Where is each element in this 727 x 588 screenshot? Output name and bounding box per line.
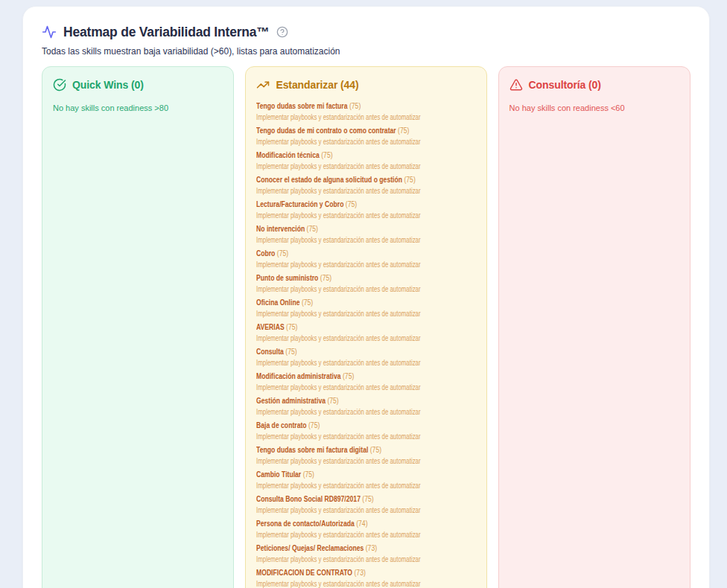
skill-item: Punto de suministro (75) Implementar pla…: [256, 272, 475, 294]
skill-item: Persona de contacto/Autorizada (74) Impl…: [256, 517, 475, 540]
skill-score: (75): [308, 421, 320, 429]
skill-name: No intervención: [256, 224, 305, 233]
skill-title-line: Cobro (75): [256, 247, 421, 259]
skill-score: (75): [370, 445, 381, 454]
skill-title-line: Punto de suministro (75): [256, 272, 421, 284]
skill-note: Implementar playbooks y estandarización …: [256, 456, 421, 466]
skill-title-line: Tengo dudas de mi contrato o como contra…: [256, 124, 421, 136]
skill-name: Tengo dudas sobre mi factura digital: [256, 445, 368, 454]
consultoria-header: Consultoría (0): [509, 77, 679, 92]
skill-title-line: Peticiones/ Quejas/ Reclamaciones (73): [256, 542, 421, 554]
skill-note: Implementar playbooks y estandarización …: [256, 481, 421, 490]
skill-item: Peticiones/ Quejas/ Reclamaciones (73) I…: [256, 542, 475, 564]
estandarizar-header: Estandarizar (44): [256, 77, 475, 92]
skill-item: Tengo dudas sobre mi factura (75) Implem…: [256, 100, 475, 122]
skill-item: Consulta Bono Social RD897/2017 (75) Imp…: [256, 493, 475, 515]
skill-note: Implementar playbooks y estandarización …: [256, 407, 421, 417]
skill-note: Implementar playbooks y estandarización …: [256, 579, 421, 588]
skill-name: AVERIAS: [256, 322, 285, 331]
column-quick-wins: Quick Wins (0) No hay skills con readine…: [42, 66, 234, 588]
skill-score: (75): [302, 298, 313, 307]
skill-note: Implementar playbooks y estandarización …: [256, 383, 421, 392]
skill-score: (75): [404, 175, 416, 184]
skill-name: Consulta Bono Social RD897/2017: [256, 494, 361, 503]
skill-item: Modificación técnica (75) Implementar pl…: [256, 149, 475, 171]
skill-item: MODIFICACION DE CONTRATO (73) Implementa…: [256, 566, 475, 588]
skill-score: (74): [357, 519, 368, 528]
skill-note: Implementar playbooks y estandarización …: [256, 260, 421, 269]
skill-title-line: Consulta Bono Social RD897/2017 (75): [256, 493, 421, 505]
skill-note: Implementar playbooks y estandarización …: [256, 555, 421, 564]
skill-score: (75): [343, 371, 354, 380]
skill-name: Gestión administrativa: [256, 396, 326, 405]
skill-score: (75): [346, 199, 357, 208]
skill-score: (73): [366, 543, 377, 552]
skill-score: (75): [287, 322, 298, 331]
skill-item: No intervención (75) Implementar playboo…: [256, 223, 475, 245]
skill-score: (75): [322, 150, 333, 159]
skill-title-line: Persona de contacto/Autorizada (74): [256, 517, 421, 529]
skill-name: Cambio Titular: [256, 470, 301, 479]
skill-note: Implementar playbooks y estandarización …: [256, 333, 421, 343]
skill-name: Tengo dudas sobre mi factura: [256, 101, 348, 110]
skill-note: Implementar playbooks y estandarización …: [256, 432, 421, 441]
skill-item: Lectura/Facturación y Cobro (75) Impleme…: [256, 198, 475, 220]
skill-item: Conocer el estado de alguna solicitud o …: [256, 173, 475, 196]
skill-name: Cobro: [256, 249, 275, 258]
skill-note: Implementar playbooks y estandarización …: [256, 112, 421, 122]
quick-wins-title: Quick Wins (0): [72, 77, 144, 92]
skill-name: Punto de suministro: [256, 273, 318, 282]
skill-note: Implementar playbooks y estandarización …: [256, 211, 421, 220]
activity-pulse-icon: [42, 25, 57, 39]
skill-score: (75): [277, 249, 288, 258]
skill-note: Implementar playbooks y estandarización …: [256, 284, 421, 294]
heatmap-columns: Quick Wins (0) No hay skills con readine…: [42, 66, 691, 588]
trending-up-icon: [256, 78, 270, 92]
skill-item: Tengo dudas de mi contrato o como contra…: [256, 124, 475, 147]
column-consultoria: Consultoría (0) No hay skills con readin…: [498, 66, 691, 588]
skill-item: Tengo dudas sobre mi factura digital (75…: [256, 444, 475, 466]
skill-item: Baja de contrato (75) Implementar playbo…: [256, 419, 475, 441]
skill-item: Modificación administrativa (75) Impleme…: [256, 370, 475, 392]
skill-title-line: MODIFICACION DE CONTRATO (73): [256, 566, 421, 578]
quick-wins-header: Quick Wins (0): [53, 77, 223, 92]
skill-name: Modificación técnica: [256, 150, 320, 159]
consultoria-empty-message: No hay skills con readiness <60: [509, 103, 679, 113]
skill-item: Consulta (75) Implementar playbooks y es…: [256, 345, 475, 368]
skill-title-line: Baja de contrato (75): [256, 419, 421, 431]
skill-title-line: Lectura/Facturación y Cobro (75): [256, 198, 421, 210]
skill-name: Consulta: [256, 347, 284, 356]
skill-score: (75): [320, 273, 331, 282]
skill-score: (75): [399, 126, 410, 135]
skill-score: (73): [355, 568, 366, 577]
skill-note: Implementar playbooks y estandarización …: [256, 162, 421, 171]
skill-title-line: Oficina Online (75): [256, 296, 421, 308]
skill-note: Implementar playbooks y estandarización …: [256, 235, 421, 245]
skill-score: (75): [307, 224, 318, 233]
skill-list: Tengo dudas sobre mi factura (75) Implem…: [256, 100, 475, 588]
skill-title-line: Modificación técnica (75): [256, 149, 421, 161]
skill-title-line: AVERIAS (75): [256, 321, 421, 333]
skill-title-line: Conocer el estado de alguna solicitud o …: [256, 173, 421, 185]
quick-wins-empty-message: No hay skills con readiness >80: [53, 103, 223, 113]
skill-name: Tengo dudas de mi contrato o como contra…: [256, 126, 396, 135]
skill-score: (75): [303, 470, 314, 479]
skill-name: Lectura/Facturación y Cobro: [256, 199, 343, 208]
skill-item: Cambio Titular (75) Implementar playbook…: [256, 468, 475, 490]
card-header: Heatmap de Variabilidad Interna™: [42, 23, 691, 41]
skill-name: Persona de contacto/Autorizada: [256, 519, 355, 528]
skill-score: (75): [349, 101, 361, 110]
skill-note: Implementar playbooks y estandarización …: [256, 530, 421, 540]
skill-note: Implementar playbooks y estandarización …: [256, 505, 421, 515]
skill-title-line: Consulta (75): [256, 345, 421, 357]
skill-score: (75): [328, 396, 339, 405]
page-subtitle: Todas las skills muestran baja variabili…: [42, 46, 691, 57]
skill-name: Peticiones/ Quejas/ Reclamaciones: [256, 543, 364, 552]
check-circle-icon: [53, 78, 66, 92]
skill-item: AVERIAS (75) Implementar playbooks y est…: [256, 321, 475, 343]
consultoria-title: Consultoría (0): [529, 77, 601, 92]
skill-note: Implementar playbooks y estandarización …: [256, 137, 421, 147]
circle-question-icon[interactable]: [276, 26, 288, 38]
page-title: Heatmap de Variabilidad Interna™: [63, 23, 270, 41]
alert-triangle-icon: [509, 78, 523, 92]
